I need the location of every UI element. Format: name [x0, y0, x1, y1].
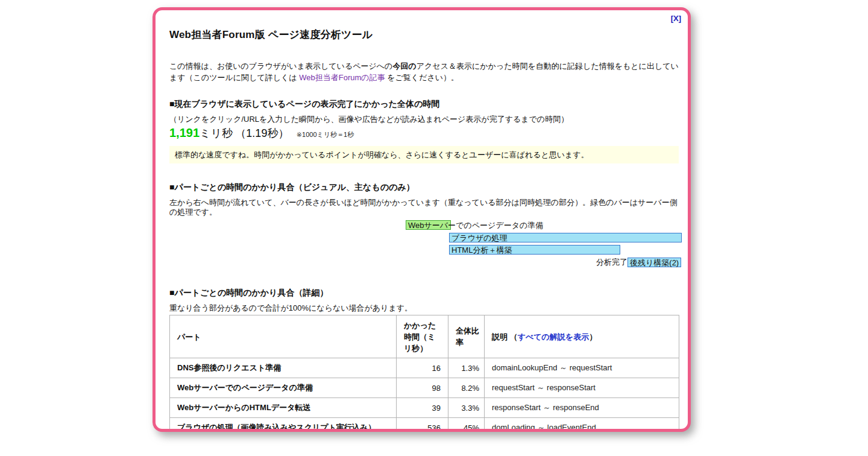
timeline-bar-0: Webサーバーでのページデータの準備 [406, 220, 451, 230]
total-time-seconds: （1.19秒） [235, 127, 289, 139]
part-cell: DNS参照後のリクエスト準備 [170, 358, 397, 378]
timeline-canvas: Webサーバーでのページデータの準備ブラウザの処理HTML分析＋構築分析完了後残… [169, 220, 679, 269]
total-time-unit: ミリ秒 [200, 127, 233, 139]
timeline-bar-2: HTML分析＋構築 [449, 245, 620, 255]
intro-paragraph: この情報は、お使いのブラウザがいま表示しているページへの今回のアクセス＆表示にか… [169, 60, 679, 83]
column-header-desc: 説明 （すべての解説を表示） [485, 315, 679, 358]
total-time-line: 1,191ミリ秒 （1.19秒） ※1000ミリ秒＝1秒 [169, 126, 678, 141]
column-header-time: かかった時間（ミリ秒） [397, 315, 448, 358]
time-cell: 39 [397, 398, 448, 418]
desc-header-paren-close: ） [589, 332, 597, 341]
bar-prefix-label: 分析完了 [596, 258, 627, 267]
detail-section-heading: ■パートごとの時間のかかり具合（詳細） [169, 288, 678, 298]
close-button[interactable]: [X] [671, 14, 681, 23]
desc-header-label: 説明 [492, 332, 508, 341]
column-header-part: パート [170, 315, 397, 358]
desc-cell: requestStart ～ responseStart [485, 378, 679, 398]
desc-cell: domLoading ～ loadEventEnd [485, 418, 679, 432]
ratio-cell: 45% [448, 418, 485, 432]
timeline-bar-3: 後残り構築(2) [627, 258, 681, 267]
intro-text-3: をご覧ください）。 [385, 73, 459, 82]
desc-cell: responseStart ～ responseEnd [485, 398, 679, 418]
total-time-value: 1,191 [169, 126, 200, 139]
panel-content: Web担当者Forum版 ページ速度分析ツール この情報は、お使いのブラウザがい… [156, 10, 688, 432]
time-cell: 98 [397, 378, 448, 398]
timeline-bar-1: ブラウザの処理 [449, 233, 682, 242]
part-cell: WebサーバーからのHTMLデータ転送 [170, 398, 397, 418]
total-time-note: （リンクをクリック/URLを入力した瞬間から、画像や広告などが読み込まれページ表… [169, 115, 678, 124]
intro-bold-text: 今回の [392, 62, 416, 71]
ratio-cell: 1.3% [448, 358, 485, 378]
ratio-cell: 3.3% [448, 398, 485, 418]
time-cell: 16 [397, 358, 448, 378]
detail-section-note: 重なり合う部分があるので合計が100%にならない場合があります。 [169, 303, 678, 313]
detail-table-body: DNS参照後のリクエスト準備161.3%domainLookupEnd ～ re… [170, 358, 679, 432]
total-time-heading: ■現在ブラウザに表示しているページの表示完了にかかった全体の時間 [169, 99, 678, 109]
table-row: DNS参照後のリクエスト準備161.3%domainLookupEnd ～ re… [170, 358, 679, 378]
visual-section-heading: ■パートごとの時間のかかり具合（ビジュアル、主なもののみ） [169, 182, 678, 192]
table-row: ブラウザの処理（画像読み込みやスクリプト実行込み）53645%domLoadin… [170, 418, 679, 432]
table-row: Webサーバーでのページデータの準備988.2%requestStart ～ r… [170, 378, 679, 398]
conversion-note: ※1000ミリ秒＝1秒 [297, 131, 354, 138]
table-row: WebサーバーからのHTMLデータ転送393.3%responseStart ～… [170, 398, 679, 418]
detail-table: パート かかった時間（ミリ秒） 全体比率 説明 （すべての解説を表示） DNS参… [169, 315, 679, 432]
bar-label: ブラウザの処理 [451, 233, 508, 242]
desc-cell: domainLookupEnd ～ requestStart [485, 358, 679, 378]
speed-analysis-panel: [X] Web担当者Forum版 ページ速度分析ツール この情報は、お使いのブラ… [153, 7, 691, 432]
part-cell: Webサーバーでのページデータの準備 [170, 378, 397, 398]
desc-header-paren-open: （ [510, 332, 518, 341]
forum-article-link[interactable]: Web担当者Forumの記事 [299, 73, 385, 82]
bar-label: 後残り構築(2) [630, 258, 679, 267]
column-header-ratio: 全体比率 [448, 315, 485, 358]
bar-label: Webサーバーでのページデータの準備 [408, 221, 543, 230]
part-cell: ブラウザの処理（画像読み込みやスクリプト実行込み） [170, 418, 397, 432]
table-header-row: パート かかった時間（ミリ秒） 全体比率 説明 （すべての解説を表示） [170, 315, 679, 358]
ratio-cell: 8.2% [448, 378, 485, 398]
assessment-message: 標準的な速度ですね。時間がかかっているポイントが明確なら、さらに速くするとユーザ… [169, 146, 679, 163]
visual-section-note: 左から右へ時間が流れていて、バーの長さが長いほど時間がかかっています（重なってい… [169, 198, 678, 217]
show-all-explanations-link[interactable]: すべての解説を表示 [518, 332, 590, 341]
time-cell: 536 [397, 418, 448, 432]
bar-label: HTML分析＋構築 [451, 245, 512, 255]
intro-text-1: この情報は、お使いのブラウザがいま表示しているページへの [169, 62, 392, 71]
page-title: Web担当者Forum版 ページ速度分析ツール [169, 28, 678, 42]
